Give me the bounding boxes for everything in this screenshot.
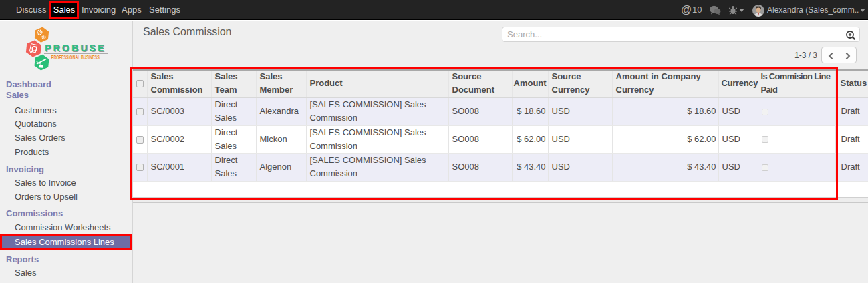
svg-text:PROBUSE: PROBUSE: [45, 43, 106, 53]
svg-text:PROFESSIONAL BUSINESS: PROFESSIONAL BUSINESS: [51, 55, 100, 61]
